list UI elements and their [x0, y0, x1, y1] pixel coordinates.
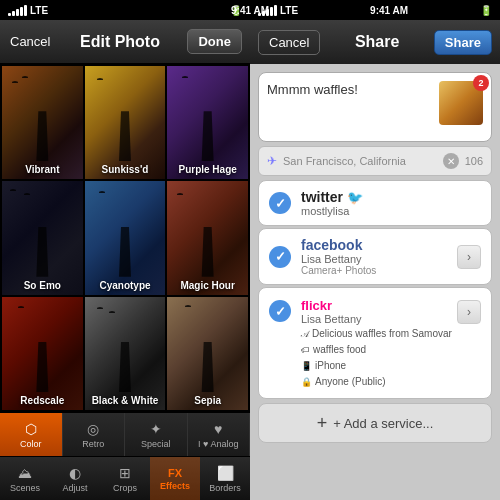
bird-icon: [18, 306, 24, 309]
tool-borders[interactable]: ⬜ Borders: [200, 457, 250, 500]
facebook-chevron-button[interactable]: ›: [457, 245, 481, 269]
bird-icon: [177, 193, 183, 196]
filter-redscale-bg: [2, 297, 83, 410]
flickr-phone-icon: 📱: [301, 361, 312, 371]
location-bar[interactable]: ✈ San Francisco, California ✕ 106: [258, 146, 492, 176]
filter-sepia-label: Sepia: [167, 395, 248, 406]
filter-grid: Vibrant Sunkiss'd Purple Hage So Emo Cya…: [0, 64, 250, 412]
filter-magichour-label: Magic Hour: [167, 280, 248, 291]
signal-bars: [8, 5, 27, 16]
adjust-icon: ◐: [69, 465, 81, 481]
filter-vibrant[interactable]: Vibrant: [2, 66, 83, 179]
right-page-title: Share: [355, 33, 399, 51]
cat-tab-retro[interactable]: ◎ Retro: [63, 413, 126, 456]
flickr-lock-icon: 🔒: [301, 377, 312, 387]
tool-scenes-label: Scenes: [10, 483, 40, 493]
flickr-name: flickr: [301, 298, 457, 313]
filter-magichour[interactable]: Magic Hour: [167, 181, 248, 294]
filter-sunkissd[interactable]: Sunkiss'd: [85, 66, 166, 179]
right-nav-bar: Cancel Share Share: [250, 20, 500, 64]
twitter-user: mostlylisa: [301, 205, 481, 217]
facebook-user: Lisa Bettany: [301, 253, 457, 265]
facebook-row-inner[interactable]: ✓ facebook Lisa Bettany Camera+ Photos ›: [259, 229, 491, 284]
bird-icon: [97, 307, 103, 310]
bird-icon: [182, 76, 188, 79]
borders-icon: ⬜: [217, 465, 234, 481]
analog-icon: ♥: [214, 421, 222, 437]
twitter-info: twitter 🐦 mostlylisa: [301, 189, 481, 217]
cat-tab-color[interactable]: ⬡ Color: [0, 413, 63, 456]
tool-effects-label: Effects: [160, 481, 190, 491]
location-text: San Francisco, California: [283, 155, 443, 167]
crops-icon: ⊞: [119, 465, 131, 481]
bird-icon: [22, 76, 28, 79]
filter-cyanotype[interactable]: Cyanotype: [85, 181, 166, 294]
right-panel: LTE 9:41 AM 🔋 Cancel Share Share Mmmm wa…: [250, 0, 500, 500]
bird-icon: [10, 189, 16, 192]
add-service-button[interactable]: + + Add a service...: [258, 403, 492, 443]
filter-cyanotype-label: Cyanotype: [85, 280, 166, 291]
filter-purplehage[interactable]: Purple Hage: [167, 66, 248, 179]
right-signal-label: LTE: [280, 5, 298, 16]
checkmark-icon: ✓: [275, 250, 286, 263]
filter-redscale-label: Redscale: [2, 395, 83, 406]
bird-icon: [97, 78, 103, 81]
filter-bw[interactable]: Black & White: [85, 297, 166, 410]
flickr-row: ✓ flickr Lisa Bettany 𝒜Delicious waffles…: [258, 287, 492, 399]
filter-vibrant-label: Vibrant: [2, 164, 83, 175]
location-clear-button[interactable]: ✕: [443, 153, 459, 169]
left-nav-bar: Cancel Edit Photo Done: [0, 20, 250, 64]
cat-tab-analog-label: I ♥ Analog: [198, 439, 238, 449]
cat-tab-special[interactable]: ✦ Special: [125, 413, 188, 456]
right-time: 9:41 AM: [370, 5, 408, 16]
facebook-check: ✓: [269, 246, 291, 268]
filter-soemo[interactable]: So Emo: [2, 181, 83, 294]
right-cancel-button[interactable]: Cancel: [258, 30, 320, 55]
facebook-info: facebook Lisa Bettany Camera+ Photos: [301, 237, 457, 276]
left-panel: LTE 9:41 AM 🔋 Cancel Edit Photo Done Vib…: [0, 0, 250, 500]
flickr-desc-icon: 𝒜: [301, 329, 309, 339]
cancel-button[interactable]: Cancel: [8, 30, 52, 53]
compose-text: Mmmm waffles!: [267, 81, 431, 99]
checkmark-icon: ✓: [275, 197, 286, 210]
tool-adjust[interactable]: ◐ Adjust: [50, 457, 100, 500]
bird-icon: [99, 191, 105, 194]
flickr-details: 𝒜Delicious waffles from Samovar 🏷waffles…: [301, 326, 457, 390]
filter-sepia[interactable]: Sepia: [167, 297, 248, 410]
cat-tab-analog[interactable]: ♥ I ♥ Analog: [188, 413, 251, 456]
done-button[interactable]: Done: [187, 29, 242, 54]
page-title: Edit Photo: [80, 33, 160, 51]
left-status-bar: LTE 9:41 AM 🔋: [0, 0, 250, 20]
right-status-bar: LTE 9:41 AM 🔋: [250, 0, 500, 20]
twitter-row-inner[interactable]: ✓ twitter 🐦 mostlylisa: [259, 181, 491, 225]
filter-sunkissd-label: Sunkiss'd: [85, 164, 166, 175]
compose-box[interactable]: Mmmm waffles!: [258, 72, 492, 142]
bird-icon: [185, 305, 191, 308]
bird-icon: [24, 193, 30, 196]
flickr-check: ✓: [269, 300, 291, 322]
share-button[interactable]: Share: [434, 30, 492, 55]
filter-soemo-bg: [2, 181, 83, 294]
category-tabs: ⬡ Color ◎ Retro ✦ Special ♥ I ♥ Analog: [0, 412, 250, 456]
right-battery-icon: 🔋: [480, 5, 492, 16]
bottom-toolbar: ⛰ Scenes ◐ Adjust ⊞ Crops FX Effects ⬜ B…: [0, 456, 250, 500]
cat-tab-color-label: Color: [20, 439, 42, 449]
cat-tab-retro-label: Retro: [82, 439, 104, 449]
filter-purplehage-bg: [167, 66, 248, 179]
tool-effects[interactable]: FX Effects: [150, 457, 200, 500]
filter-sepia-bg: [167, 297, 248, 410]
tool-crops[interactable]: ⊞ Crops: [100, 457, 150, 500]
color-icon: ⬡: [25, 421, 37, 437]
filter-redscale[interactable]: Redscale: [2, 297, 83, 410]
scenes-icon: ⛰: [18, 465, 32, 481]
filter-sunkissd-bg: [85, 66, 166, 179]
flickr-tag-icon: 🏷: [301, 345, 310, 355]
flickr-chevron-button[interactable]: ›: [457, 300, 481, 324]
tool-scenes[interactable]: ⛰ Scenes: [0, 457, 50, 500]
tool-crops-label: Crops: [113, 483, 137, 493]
facebook-sub: Camera+ Photos: [301, 265, 457, 276]
share-content: Mmmm waffles! ✈ San Francisco, Californi…: [250, 64, 500, 500]
flickr-row-inner[interactable]: ✓ flickr Lisa Bettany 𝒜Delicious waffles…: [259, 288, 491, 398]
twitter-bird-icon: 🐦: [347, 190, 363, 205]
facebook-row: ✓ facebook Lisa Bettany Camera+ Photos ›: [258, 228, 492, 285]
